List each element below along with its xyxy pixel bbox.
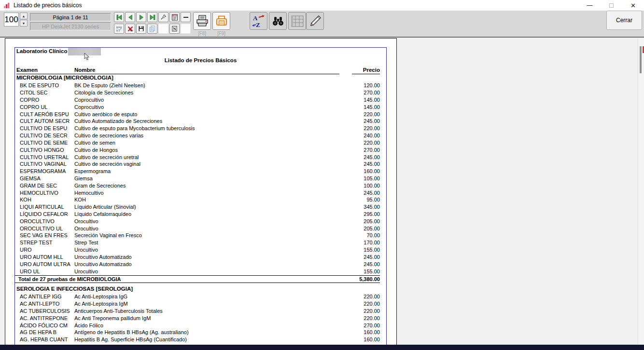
table-row: ESPERMOGRAMAEspermograma160.00 (15, 168, 386, 175)
row-exam: CULTIVO URETRAL (16, 154, 74, 160)
print-button[interactable] (193, 12, 211, 30)
horizontal-line-button[interactable] (181, 12, 191, 22)
sort-az-icon: A Z (252, 14, 266, 28)
document-stamp-button[interactable] (169, 12, 180, 22)
total-label: Total de 27 pruebas de MICROBIOLOGIA (18, 276, 350, 282)
row-name: Orocultivo (74, 218, 352, 224)
row-name: Ac Anti-Leptospira IgG (74, 294, 352, 299)
table-row: GIEMSAGiemsa105.00 (15, 175, 386, 182)
row-price: 245.00 (352, 154, 380, 160)
table-row: CULTIVO DE SECRCultivo de secreciones va… (15, 132, 386, 139)
close-button[interactable]: ✕ (622, 0, 644, 11)
row-name: Cultivo de semen (74, 140, 352, 146)
section-header: MICROBIOLOGIA [MICROBIOLOGIA] (15, 75, 386, 82)
row-name: Cultivo de secreciones varias (74, 133, 352, 138)
row-name: Cultivo Automatizado de Secreciones (74, 118, 352, 124)
document-stamp-icon (171, 13, 179, 21)
print-color-button[interactable] (212, 12, 230, 30)
row-exam: STREP TEST (16, 240, 74, 245)
row-name: Hemocultivo (74, 190, 352, 196)
row-price: 105.00 (352, 175, 380, 181)
table-row: AC TUBERCULOSISAnticuerpos Anti-Tubercul… (15, 308, 386, 315)
row-name: Orocultivo (74, 226, 352, 231)
row-price: 220.00 (352, 301, 380, 307)
scrollbar[interactable] (638, 39, 644, 350)
zoom-spinner-up[interactable]: ▲ (20, 13, 28, 19)
row-price: 145.00 (352, 104, 380, 110)
row-name: Ac Anti Treponema pallidum IgM (74, 315, 352, 321)
section-header: SEROLOGIA E INFECCIOSAS [SEROLOGIA] (15, 286, 386, 293)
next-page-button[interactable] (136, 12, 146, 22)
row-price: 70.00 (352, 232, 380, 238)
table-row: COPROCoprocultivo145.00 (15, 96, 386, 104)
print-color-icon (215, 14, 228, 28)
printer-name: HP DeskJet 2130 series (30, 22, 111, 30)
table-row: CULT AERÓB ESPUCultivo aeróbico de esput… (15, 110, 386, 118)
table-row: BK DE ESPUTOBK De Esputo (Ziehl Neelsen)… (15, 82, 386, 89)
row-price: 245.00 (352, 190, 380, 196)
prev-page-button[interactable] (125, 12, 135, 22)
pin-icon (160, 13, 167, 21)
row-exam: AC ANTI-LEPTO (16, 301, 74, 307)
row-exam: AC ANTILEP IGG (16, 294, 74, 299)
save-button[interactable] (136, 24, 146, 34)
edit-button[interactable] (306, 12, 324, 30)
row-price: 270.00 (352, 323, 380, 328)
row-exam: KOH (16, 197, 74, 202)
page-orientation-icon: N (171, 25, 178, 32)
row-exam: COPRO (16, 97, 74, 103)
row-exam: CULTIVO DE ESPU (16, 125, 74, 131)
formula-icon: x+y=? (116, 26, 122, 32)
toolbar: 100 ▲ ▼ Página 1 de 11 HP DeskJet 2130 s… (0, 11, 644, 38)
row-price: 345.00 (352, 204, 380, 210)
row-price: 120.00 (352, 82, 380, 88)
zoom-level-input[interactable]: 100 (4, 13, 19, 27)
row-price: 155.00 (352, 247, 380, 253)
table-row: CULTIVO VAGINALCultivo de secreción vagi… (15, 161, 386, 168)
table-row: CULTIVO DE SEMECultivo de semen220.00 (15, 139, 386, 147)
row-name: Anticuerpos Anti-Tuberculosis Totales (74, 308, 352, 314)
row-price: 220.00 (352, 315, 380, 321)
next-page-icon (138, 13, 145, 21)
row-name: Urocultivo Automatizado (74, 261, 352, 267)
row-exam: GIEMSA (16, 175, 74, 181)
search-binoculars-icon (271, 14, 285, 28)
row-price: 245.00 (352, 254, 380, 260)
excel-export-button[interactable] (125, 24, 135, 34)
row-exam: AC TUBERCULOSIS (16, 308, 74, 314)
preview-area: Laboratorio Clínico Listado de Precios B… (0, 39, 644, 350)
search-button[interactable] (269, 12, 287, 30)
page-orientation-button[interactable]: N (169, 24, 180, 34)
row-exam: CULTIVO DE SEME (16, 140, 74, 146)
row-exam: URO AUTOM ULTRA (16, 261, 74, 267)
sort-az-button[interactable]: A Z (250, 12, 267, 30)
zoom-spinner-down[interactable]: ▼ (20, 20, 28, 27)
window-title: Listado de precios básicos (14, 2, 82, 9)
row-price: 245.00 (352, 161, 380, 167)
horizontal-line-icon (182, 13, 190, 21)
row-price: 270.00 (352, 90, 380, 95)
table-row: AG. HEPAB CUANTHepatitis B Ag. Superfici… (15, 336, 386, 343)
row-price: 245.00 (352, 261, 380, 267)
row-exam: BK DE ESPUTO (16, 82, 74, 88)
save-icon (138, 25, 145, 32)
last-page-button[interactable] (147, 12, 157, 22)
scrollbar-thumb[interactable] (640, 46, 642, 73)
bottom-strip (0, 345, 644, 350)
row-price: 270.00 (352, 147, 380, 153)
table-row: OROCULTIVOOrocultivo205.00 (15, 217, 386, 225)
copy-pages-button[interactable] (147, 24, 157, 34)
row-price: 205.00 (352, 218, 380, 224)
row-exam: CULTIVO HONGO (16, 147, 74, 153)
cerrar-button[interactable]: Cerrar (606, 11, 642, 30)
grid-view-button[interactable] (288, 12, 306, 30)
first-page-button[interactable] (114, 12, 124, 22)
pin-button[interactable] (158, 12, 168, 22)
minimize-button[interactable]: — (579, 0, 601, 11)
maximize-button[interactable] (601, 0, 622, 11)
formula-button[interactable]: x+y=? (114, 24, 124, 34)
row-name: Citología de Secreciones (74, 90, 352, 95)
row-exam: URO AUTOM HLL (16, 254, 74, 260)
table-row: AC ANTILEP IGGAc Anti-Leptospira IgG220.… (15, 293, 386, 300)
row-price: 240.00 (352, 133, 380, 138)
